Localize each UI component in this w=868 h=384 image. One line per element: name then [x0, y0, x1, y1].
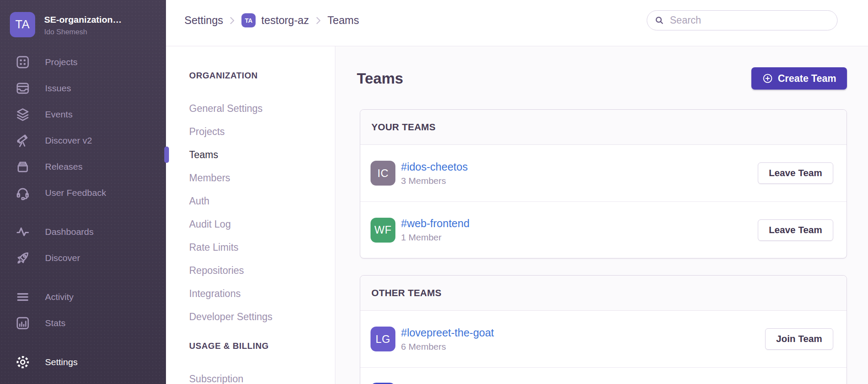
create-team-button[interactable]: Create Team	[751, 67, 847, 90]
team-row: WF #web-frontend 1 Member Leave Team	[360, 201, 847, 258]
pulse-icon	[15, 224, 30, 240]
settings-nav-item-projects[interactable]: Projects	[189, 120, 335, 143]
sidebar-item-projects[interactable]: Projects	[0, 49, 166, 75]
chevron-right-icon	[316, 15, 321, 26]
right-column: Settings TA testorg-az Teams ORGANIZATIO…	[166, 0, 868, 384]
gear-icon	[15, 354, 30, 370]
sidebar-item-releases[interactable]: Releases	[0, 153, 166, 180]
rocket-icon	[15, 250, 30, 266]
sidebar-item-stats[interactable]: Stats	[0, 310, 166, 336]
settings-nav-section-usage-billing: USAGE & BILLING Subscription	[189, 341, 335, 384]
team-member-count: 3 Members	[401, 176, 468, 186]
sidebar-item-discover[interactable]: Discover	[0, 245, 166, 271]
sidebar-item-activity[interactable]: Activity	[0, 284, 166, 310]
settings-nav-item-rate-limits[interactable]: Rate Limits	[189, 236, 335, 259]
sidebar-item-label: User Feedback	[45, 188, 106, 198]
sidebar-item-label: Issues	[45, 83, 71, 93]
search-input[interactable]	[670, 15, 832, 26]
sidebar-item-label: Stats	[45, 318, 66, 328]
settings-nav-section-organization: ORGANIZATION General Settings Projects T…	[189, 70, 335, 328]
events-icon	[15, 107, 30, 122]
sidebar-item-issues[interactable]: Issues	[0, 75, 166, 101]
lines-icon	[15, 289, 30, 305]
other-teams-panel: OTHER TEAMS LG #lovepreet-the-goat 6 Mem…	[360, 275, 847, 384]
team-info: #web-frontend 1 Member	[401, 217, 470, 243]
org-name: SE-organization…	[44, 15, 122, 25]
team-link[interactable]: #web-frontend	[401, 217, 470, 230]
projects-icon	[15, 54, 30, 70]
breadcrumb-settings[interactable]: Settings	[184, 14, 223, 27]
breadcrumb: Settings TA testorg-az Teams	[184, 13, 359, 27]
settings-nav-item-developer-settings[interactable]: Developer Settings	[189, 305, 335, 328]
sidebar-nav: Projects Issues Events Discover v2 Relea…	[0, 49, 166, 375]
sidebar-item-label: Releases	[45, 162, 83, 172]
search-icon	[654, 15, 665, 26]
section-title: USAGE & BILLING	[189, 341, 335, 351]
sidebar-item-label: Activity	[45, 292, 74, 302]
sidebar-item-settings[interactable]: Settings	[0, 349, 166, 375]
search-box[interactable]	[647, 10, 838, 30]
settings-nav-item-repositories[interactable]: Repositories	[189, 259, 335, 282]
main-content: Teams Create Team YOUR TEAMS IC #idos-ch…	[335, 46, 868, 384]
team-row: LG #lovepreet-the-goat 6 Members Join Te…	[360, 311, 847, 367]
team-member-count: 6 Members	[401, 342, 494, 352]
section-title: ORGANIZATION	[189, 70, 335, 81]
circle-plus-icon	[762, 73, 773, 84]
sidebar-item-label: Dashboards	[45, 227, 93, 237]
sidebar-item-label: Discover v2	[45, 135, 92, 146]
settings-nav-item-auth[interactable]: Auth	[189, 189, 335, 213]
issues-icon	[15, 81, 30, 96]
settings-nav-item-subscription[interactable]: Subscription	[189, 367, 335, 384]
panel-header: YOUR TEAMS	[360, 110, 847, 145]
settings-nav-item-general-settings[interactable]: General Settings	[189, 97, 335, 120]
settings-nav-item-members[interactable]: Members	[189, 166, 335, 189]
sidebar-item-label: Events	[45, 109, 72, 120]
team-member-count: 1 Member	[401, 232, 470, 243]
org-avatar: TA	[10, 12, 35, 37]
settings-nav-item-integrations[interactable]: Integrations	[189, 282, 335, 305]
team-avatar: IC	[371, 161, 395, 186]
create-team-label: Create Team	[778, 73, 836, 84]
page-title: Teams	[357, 70, 403, 87]
sidebar-item-label: Projects	[45, 57, 78, 67]
telescope-icon	[15, 133, 30, 148]
leave-team-button[interactable]: Leave Team	[758, 162, 833, 184]
team-info: #idos-cheetos 3 Members	[401, 161, 468, 186]
breadcrumb-org-label: testorg-az	[261, 14, 309, 27]
panel-header: OTHER TEAMS	[360, 276, 847, 311]
sidebar-item-dashboards[interactable]: Dashboards	[0, 219, 166, 245]
sidebar-item-user-feedback[interactable]: User Feedback	[0, 180, 166, 206]
team-row: IC #idos-cheetos 3 Members Leave Team	[360, 145, 847, 201]
team-row-partial	[360, 367, 847, 384]
org-switcher[interactable]: TA SE-organization… Ido Shemesh	[0, 0, 166, 37]
content-row: ORGANIZATION General Settings Projects T…	[166, 46, 868, 384]
team-avatar: LG	[371, 327, 395, 351]
sidebar-item-discover-v2[interactable]: Discover v2	[0, 127, 166, 153]
app-window: TA SE-organization… Ido Shemesh Projects…	[0, 0, 868, 384]
org-badge: TA	[241, 13, 256, 27]
sidebar: TA SE-organization… Ido Shemesh Projects…	[0, 0, 166, 384]
your-teams-panel: YOUR TEAMS IC #idos-cheetos 3 Members Le…	[360, 109, 847, 258]
chevron-right-icon	[229, 15, 235, 26]
page-head: Teams Create Team	[357, 67, 847, 90]
settings-nav-item-audit-log[interactable]: Audit Log	[189, 213, 335, 236]
team-info: #lovepreet-the-goat 6 Members	[401, 327, 494, 352]
team-link[interactable]: #idos-cheetos	[401, 161, 468, 173]
settings-nav: ORGANIZATION General Settings Projects T…	[166, 46, 335, 384]
leave-team-button[interactable]: Leave Team	[758, 219, 833, 241]
breadcrumb-org[interactable]: TA testorg-az	[241, 13, 309, 27]
team-link[interactable]: #lovepreet-the-goat	[401, 327, 494, 339]
topbar: Settings TA testorg-az Teams	[166, 0, 868, 46]
sidebar-item-label: Discover	[45, 253, 80, 263]
org-text: SE-organization… Ido Shemesh	[44, 12, 122, 36]
bar-chart-icon	[15, 315, 30, 331]
org-user-name: Ido Shemesh	[44, 28, 122, 36]
sidebar-item-events[interactable]: Events	[0, 101, 166, 127]
headset-icon	[15, 185, 30, 201]
sidebar-item-label: Settings	[45, 357, 78, 367]
team-avatar: WF	[371, 218, 395, 243]
archive-icon	[15, 159, 30, 174]
join-team-button[interactable]: Join Team	[765, 328, 833, 350]
breadcrumb-page: Teams	[328, 14, 359, 27]
settings-nav-item-teams[interactable]: Teams	[189, 143, 335, 166]
